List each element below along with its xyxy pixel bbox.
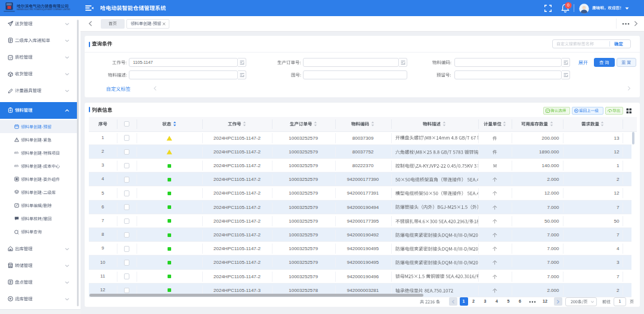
svg-text:!: !: [18, 230, 18, 232]
svg-text:0: 0: [567, 3, 569, 7]
